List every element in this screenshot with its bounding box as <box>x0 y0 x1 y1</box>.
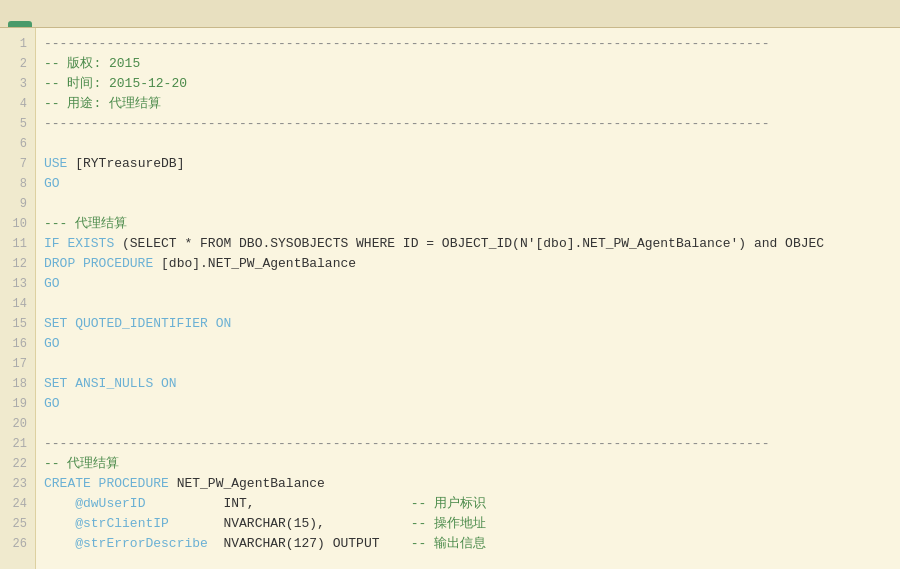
param-name: @dwUserID <box>75 496 145 511</box>
file-tab[interactable] <box>8 21 32 27</box>
code-segment: [RYTreasureDB] <box>75 154 184 174</box>
code-segment: ----------------------------------------… <box>44 34 770 54</box>
code-segment: @strErrorDescribe NVARCHAR(127) OUTPUT -… <box>44 534 486 554</box>
table-row: GO <box>44 334 892 354</box>
code-segment: --- 代理结算 <box>44 214 127 234</box>
line-number: 6 <box>0 134 35 154</box>
line-number: 10 <box>0 214 35 234</box>
table-row: @strErrorDescribe NVARCHAR(127) OUTPUT -… <box>44 534 892 554</box>
code-segment: -- 版权: 2015 <box>44 54 140 74</box>
code-content: ----------------------------------------… <box>36 28 900 569</box>
param-name: @strErrorDescribe <box>75 536 208 551</box>
line-number: 26 <box>0 534 35 554</box>
table-row: @dwUserID INT, -- 用户标识 <box>44 494 892 514</box>
table-row: SET QUOTED_IDENTIFIER ON <box>44 314 892 334</box>
line-number: 13 <box>0 274 35 294</box>
line-number: 20 <box>0 414 35 434</box>
code-segment: @dwUserID INT, -- 用户标识 <box>44 494 486 514</box>
line-number: 21 <box>0 434 35 454</box>
table-row: ----------------------------------------… <box>44 34 892 54</box>
line-number: 18 <box>0 374 35 394</box>
table-row: GO <box>44 274 892 294</box>
code-segment: CREATE PROCEDURE <box>44 474 177 494</box>
table-row: --- 代理结算 <box>44 214 892 234</box>
table-row: USE [RYTreasureDB] <box>44 154 892 174</box>
line-number: 4 <box>0 94 35 114</box>
table-row: -- 用途: 代理结算 <box>44 94 892 114</box>
line-number: 3 <box>0 74 35 94</box>
code-segment: ----------------------------------------… <box>44 114 770 134</box>
param-type: INT, <box>223 496 254 511</box>
line-number: 22 <box>0 454 35 474</box>
table-row: -- 版权: 2015 <box>44 54 892 74</box>
code-segment: DROP PROCEDURE <box>44 254 161 274</box>
line-number: 24 <box>0 494 35 514</box>
table-row: -- 代理结算 <box>44 454 892 474</box>
table-row: GO <box>44 394 892 414</box>
code-segment: USE <box>44 154 75 174</box>
code-segment: [dbo].NET_PW_AgentBalance <box>161 254 356 274</box>
line-number: 16 <box>0 334 35 354</box>
line-number: 2 <box>0 54 35 74</box>
table-row: ----------------------------------------… <box>44 434 892 454</box>
table-row: -- 时间: 2015-12-20 <box>44 74 892 94</box>
line-number: 1 <box>0 34 35 54</box>
tab-bar <box>0 0 900 28</box>
line-number: 8 <box>0 174 35 194</box>
table-row: ----------------------------------------… <box>44 114 892 134</box>
inline-comment: -- 输出信息 <box>411 536 486 551</box>
line-number: 15 <box>0 314 35 334</box>
table-row <box>44 354 892 374</box>
table-row: @strClientIP NVARCHAR(15), -- 操作地址 <box>44 514 892 534</box>
table-row: IF EXISTS (SELECT * FROM DBO.SYSOBJECTS … <box>44 234 892 254</box>
code-segment: GO <box>44 274 60 294</box>
line-numbers: 1234567891011121314151617181920212223242… <box>0 28 36 569</box>
line-number: 5 <box>0 114 35 134</box>
code-segment: SET ANSI_NULLS ON <box>44 374 177 394</box>
inline-comment: -- 操作地址 <box>411 516 486 531</box>
table-row: GO <box>44 174 892 194</box>
code-segment: -- 代理结算 <box>44 454 119 474</box>
code-segment: NET_PW_AgentBalance <box>177 474 325 494</box>
line-number: 9 <box>0 194 35 214</box>
table-row <box>44 134 892 154</box>
line-number: 7 <box>0 154 35 174</box>
param-type: NVARCHAR(127) OUTPUT <box>223 536 379 551</box>
table-row <box>44 194 892 214</box>
table-row <box>44 294 892 314</box>
line-number: 17 <box>0 354 35 374</box>
line-number: 25 <box>0 514 35 534</box>
code-segment: GO <box>44 334 60 354</box>
inline-comment: -- 用户标识 <box>411 496 486 511</box>
table-row: DROP PROCEDURE [dbo].NET_PW_AgentBalance <box>44 254 892 274</box>
line-number: 19 <box>0 394 35 414</box>
table-row: SET ANSI_NULLS ON <box>44 374 892 394</box>
table-row: CREATE PROCEDURE NET_PW_AgentBalance <box>44 474 892 494</box>
code-segment: -- 时间: 2015-12-20 <box>44 74 187 94</box>
param-type: NVARCHAR(15), <box>223 516 324 531</box>
code-segment: ----------------------------------------… <box>44 434 770 454</box>
code-area: 1234567891011121314151617181920212223242… <box>0 28 900 569</box>
line-number: 12 <box>0 254 35 274</box>
line-number: 23 <box>0 474 35 494</box>
code-segment: GO <box>44 394 60 414</box>
code-segment: IF EXISTS <box>44 234 122 254</box>
table-row <box>44 414 892 434</box>
line-number: 11 <box>0 234 35 254</box>
code-segment: @strClientIP NVARCHAR(15), -- 操作地址 <box>44 514 486 534</box>
code-segment: (SELECT * FROM DBO.SYSOBJECTS WHERE ID =… <box>122 234 824 254</box>
code-segment: SET QUOTED_IDENTIFIER ON <box>44 314 231 334</box>
code-segment: GO <box>44 174 60 194</box>
param-name: @strClientIP <box>75 516 169 531</box>
code-segment: -- 用途: 代理结算 <box>44 94 161 114</box>
line-number: 14 <box>0 294 35 314</box>
